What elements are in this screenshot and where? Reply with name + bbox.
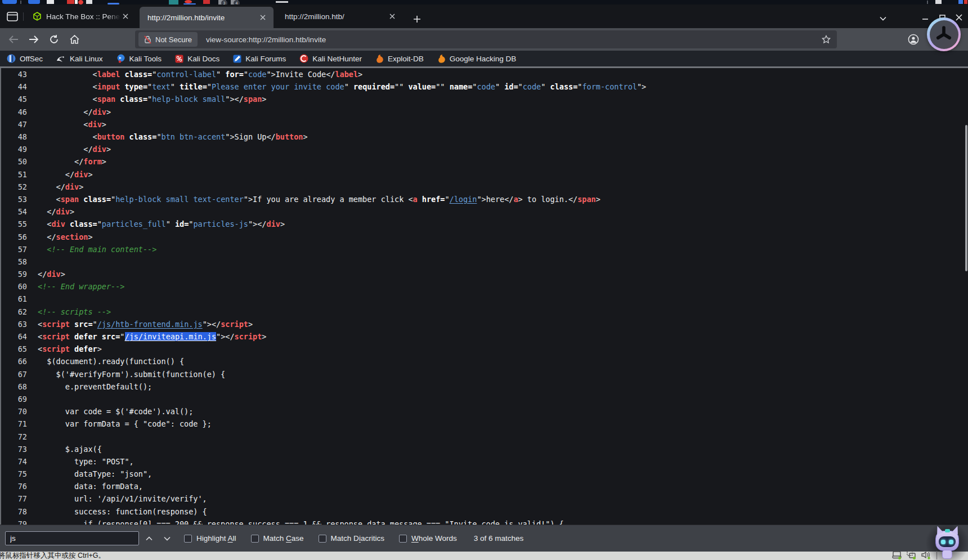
back-button[interactable] [5, 30, 23, 48]
source-token: class= [129, 132, 157, 141]
url-text[interactable]: view-source:http://2million.htb/invite [206, 35, 818, 44]
home-button[interactable] [65, 30, 83, 48]
source-token: input [97, 82, 120, 91]
line-number: 72 [0, 432, 27, 441]
checkbox[interactable] [251, 535, 259, 543]
device-icon[interactable] [892, 550, 902, 559]
line-number: 53 [0, 195, 27, 204]
find-previous-button[interactable] [141, 531, 157, 546]
line-number: 61 [0, 294, 27, 303]
find-option-match-case[interactable]: Match Case [251, 534, 304, 543]
close-tab-icon[interactable] [258, 12, 268, 23]
source-token: class= [124, 70, 152, 79]
clipboard-icon[interactable] [907, 550, 916, 559]
forward-button[interactable] [25, 30, 43, 48]
source-token: label [97, 70, 120, 79]
source-token: button [276, 132, 303, 141]
code-line: 77 url: '/api/v1/invite/verify', [0, 492, 968, 505]
source-text: </div> [38, 145, 111, 154]
source-token: ">Invite Code</ [266, 70, 335, 79]
code-line: 60<!-- End wrapper--> [0, 280, 968, 293]
bookmark-kali-tools[interactable]: Kali Tools [116, 52, 162, 65]
source-text: <div class="particles_full" id="particle… [38, 219, 285, 229]
line-number: 69 [0, 395, 27, 404]
source-text: <span class="help-block small"></span> [38, 95, 266, 104]
source-text: </div> [38, 207, 74, 216]
close-tab-icon[interactable] [387, 11, 397, 21]
not-secure-chip[interactable]: Not Secure [138, 32, 198, 47]
code-line: 57 <!-- End main content--> [0, 243, 968, 256]
source-token: > [102, 120, 106, 129]
source-token: < [38, 332, 42, 341]
bookmark-kali-docs[interactable]: Kali Docs [175, 52, 219, 65]
firefox-view-button[interactable] [5, 10, 20, 23]
taskbar-icon-fragment [28, 0, 40, 4]
source-link[interactable]: /js/htb-frontend.min.js [97, 320, 203, 329]
bookmark-offsec[interactable]: OffSec [7, 52, 43, 65]
source-token: src= [74, 320, 93, 329]
browser-tab[interactable]: Hack The Box :: Penetratio [26, 5, 136, 28]
assistant-robot-icon[interactable] [926, 522, 968, 560]
source-link[interactable]: /login [450, 195, 477, 204]
reload-button[interactable] [45, 30, 63, 48]
source-text: <button class="btn btn-accent">Sign Up</… [38, 132, 308, 141]
bookmark-kali-nethunter[interactable]: Kali NetHunter [299, 52, 362, 65]
bookmark-google-hacking-db[interactable]: Google Hacking DB [437, 52, 517, 65]
minimize-button[interactable] [919, 12, 931, 23]
code-line: 49 </div> [0, 143, 968, 155]
scrollbar-thumb[interactable] [965, 125, 967, 271]
new-tab-button[interactable] [409, 12, 425, 26]
source-token: title= [180, 82, 207, 91]
code-line: 50 </form> [0, 155, 968, 168]
line-number: 68 [0, 382, 27, 391]
source-token: " [541, 82, 550, 91]
source-token: < [38, 82, 97, 91]
bookmark-star-icon[interactable] [818, 32, 835, 47]
bookmark-exploit-db[interactable]: Exploit-DB [375, 52, 424, 65]
source-token: > [358, 70, 362, 79]
find-option-highlight-all[interactable]: Highlight All [184, 534, 236, 543]
checkbox[interactable] [319, 535, 326, 543]
code-line: 52 </div> [0, 181, 968, 193]
source-token: form [83, 157, 102, 166]
offsec-icon [7, 54, 16, 63]
find-input[interactable] [5, 531, 139, 545]
chrome-content-separator [0, 66, 968, 68]
source-token: > [88, 170, 92, 179]
htb-logo-overlay[interactable] [927, 17, 961, 51]
line-number: 51 [0, 170, 27, 179]
htb-cube-icon [33, 12, 42, 21]
tab-bar: Hack The Box :: Penetratiohttp://2millio… [0, 5, 968, 28]
source-token: data: formData, [38, 482, 143, 491]
code-line: 75 dataType: "json", [0, 468, 968, 480]
code-line: 66 $(document).ready(function() { [0, 355, 968, 368]
find-next-button[interactable] [159, 531, 175, 546]
source-token: value= [408, 82, 436, 91]
code-line: 62<!-- scripts --> [0, 306, 968, 318]
bookmark-kali-forums[interactable]: Kali Forums [233, 52, 286, 65]
kali-forums-icon [233, 55, 241, 63]
source-token: " [495, 82, 504, 91]
checkbox[interactable] [399, 535, 407, 543]
account-icon[interactable] [906, 32, 921, 47]
line-number: 70 [0, 407, 27, 416]
checkbox[interactable] [184, 535, 192, 543]
match-count: 3 of 6 matches [474, 534, 524, 543]
url-bar[interactable]: Not Secure view-source:http://2million.h… [135, 30, 837, 48]
bookmark-label: Google Hacking DB [450, 55, 517, 63]
close-tab-icon[interactable] [120, 11, 131, 21]
source-link-highlighted-match[interactable]: /js/inviteapi.min.js [125, 332, 217, 341]
list-all-tabs-chevron-icon[interactable] [877, 14, 889, 23]
kali-docs-icon [175, 55, 183, 63]
browser-tab[interactable]: http://2million.htb/ [277, 5, 403, 28]
line-number: 44 [0, 82, 27, 91]
source-text: url: '/api/v1/invite/verify', [38, 494, 207, 503]
system-taskbar: 34 [0, 0, 968, 5]
robot-body [942, 550, 952, 559]
find-option-match-diacritics[interactable]: Match Diacritics [319, 534, 384, 543]
bookmark-kali-linux[interactable]: Kali Linux [56, 52, 103, 65]
source-text: <script defer> [38, 344, 102, 353]
find-option-whole-words[interactable]: Whole Words [399, 534, 457, 543]
source-token: script [42, 332, 70, 341]
browser-tab[interactable]: http://2million.htb/invite [140, 7, 274, 28]
